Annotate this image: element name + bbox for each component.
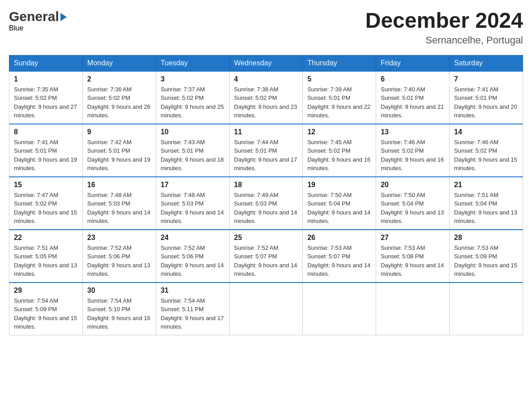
calendar-cell: 26Sunrise: 7:53 AMSunset: 5:07 PMDayligh… xyxy=(303,230,376,283)
day-number: 21 xyxy=(454,181,518,189)
day-info: Sunrise: 7:46 AMSunset: 5:02 PMDaylight:… xyxy=(381,138,445,173)
calendar-cell: 5Sunrise: 7:39 AMSunset: 5:01 PMDaylight… xyxy=(303,71,376,124)
page-header: General Blue December 2024 Sernancelhe, … xyxy=(9,9,523,46)
day-info: Sunrise: 7:54 AMSunset: 5:10 PMDaylight:… xyxy=(87,296,151,331)
day-number: 2 xyxy=(87,75,151,83)
day-number: 27 xyxy=(381,234,445,242)
day-number: 11 xyxy=(234,128,298,136)
title-block: December 2024 Sernancelhe, Portugal xyxy=(365,9,523,46)
day-info: Sunrise: 7:44 AMSunset: 5:01 PMDaylight:… xyxy=(234,138,298,173)
day-number: 28 xyxy=(454,234,518,242)
calendar-cell: 6Sunrise: 7:40 AMSunset: 5:01 PMDaylight… xyxy=(376,71,450,124)
calendar-header-row: SundayMondayTuesdayWednesdayThursdayFrid… xyxy=(9,55,523,71)
day-number: 17 xyxy=(161,181,225,189)
calendar-cell: 21Sunrise: 7:51 AMSunset: 5:04 PMDayligh… xyxy=(450,177,523,230)
logo-general-text: General xyxy=(9,9,59,24)
logo-blue-text: Blue xyxy=(9,24,23,32)
day-info: Sunrise: 7:50 AMSunset: 5:04 PMDaylight:… xyxy=(381,191,445,226)
calendar-cell: 13Sunrise: 7:46 AMSunset: 5:02 PMDayligh… xyxy=(376,124,450,177)
day-info: Sunrise: 7:51 AMSunset: 5:04 PMDaylight:… xyxy=(454,191,518,226)
calendar-cell xyxy=(376,283,450,335)
calendar-week-row: 15Sunrise: 7:47 AMSunset: 5:02 PMDayligh… xyxy=(9,177,523,230)
day-number: 29 xyxy=(14,287,78,295)
day-info: Sunrise: 7:52 AMSunset: 5:06 PMDaylight:… xyxy=(87,244,151,278)
day-info: Sunrise: 7:51 AMSunset: 5:05 PMDaylight:… xyxy=(14,244,78,278)
day-number: 19 xyxy=(307,181,371,189)
location-text: Sernancelhe, Portugal xyxy=(365,34,523,46)
calendar-cell: 29Sunrise: 7:54 AMSunset: 5:09 PMDayligh… xyxy=(9,283,83,335)
calendar-cell xyxy=(303,283,376,335)
logo-arrow-icon xyxy=(60,13,67,21)
day-number: 16 xyxy=(87,181,151,189)
day-info: Sunrise: 7:48 AMSunset: 5:03 PMDaylight:… xyxy=(87,191,151,226)
calendar-cell: 10Sunrise: 7:43 AMSunset: 5:01 PMDayligh… xyxy=(156,124,229,177)
calendar-week-row: 1Sunrise: 7:35 AMSunset: 5:02 PMDaylight… xyxy=(9,71,523,124)
day-info: Sunrise: 7:41 AMSunset: 5:01 PMDaylight:… xyxy=(454,85,518,120)
calendar-header-friday: Friday xyxy=(376,55,450,71)
calendar-cell: 16Sunrise: 7:48 AMSunset: 5:03 PMDayligh… xyxy=(82,177,156,230)
calendar-cell: 30Sunrise: 7:54 AMSunset: 5:10 PMDayligh… xyxy=(82,283,156,335)
calendar-cell: 27Sunrise: 7:53 AMSunset: 5:08 PMDayligh… xyxy=(376,230,450,283)
day-number: 5 xyxy=(307,75,371,83)
day-info: Sunrise: 7:54 AMSunset: 5:11 PMDaylight:… xyxy=(161,296,225,331)
day-info: Sunrise: 7:54 AMSunset: 5:09 PMDaylight:… xyxy=(14,296,78,331)
calendar-cell: 8Sunrise: 7:41 AMSunset: 5:01 PMDaylight… xyxy=(9,124,83,177)
day-number: 15 xyxy=(14,181,78,189)
calendar-header-saturday: Saturday xyxy=(450,55,523,71)
day-info: Sunrise: 7:52 AMSunset: 5:07 PMDaylight:… xyxy=(234,244,298,278)
calendar-cell: 25Sunrise: 7:52 AMSunset: 5:07 PMDayligh… xyxy=(229,230,303,283)
day-info: Sunrise: 7:53 AMSunset: 5:07 PMDaylight:… xyxy=(307,244,371,278)
day-info: Sunrise: 7:49 AMSunset: 5:03 PMDaylight:… xyxy=(234,191,298,226)
calendar-cell: 2Sunrise: 7:36 AMSunset: 5:02 PMDaylight… xyxy=(82,71,156,124)
day-info: Sunrise: 7:42 AMSunset: 5:01 PMDaylight:… xyxy=(87,138,151,173)
day-number: 14 xyxy=(454,128,518,136)
calendar-cell xyxy=(450,283,523,335)
logo: General Blue xyxy=(9,9,67,32)
calendar-week-row: 8Sunrise: 7:41 AMSunset: 5:01 PMDaylight… xyxy=(9,124,523,177)
day-number: 7 xyxy=(454,75,518,83)
calendar-cell: 7Sunrise: 7:41 AMSunset: 5:01 PMDaylight… xyxy=(450,71,523,124)
calendar-cell: 31Sunrise: 7:54 AMSunset: 5:11 PMDayligh… xyxy=(156,283,229,335)
calendar-week-row: 22Sunrise: 7:51 AMSunset: 5:05 PMDayligh… xyxy=(9,230,523,283)
day-info: Sunrise: 7:43 AMSunset: 5:01 PMDaylight:… xyxy=(161,138,225,173)
calendar-header-monday: Monday xyxy=(82,55,156,71)
calendar-header-thursday: Thursday xyxy=(303,55,376,71)
calendar-cell: 18Sunrise: 7:49 AMSunset: 5:03 PMDayligh… xyxy=(229,177,303,230)
day-number: 1 xyxy=(14,75,78,83)
calendar-cell: 14Sunrise: 7:46 AMSunset: 5:02 PMDayligh… xyxy=(450,124,523,177)
day-number: 20 xyxy=(381,181,445,189)
day-number: 6 xyxy=(381,75,445,83)
day-info: Sunrise: 7:45 AMSunset: 5:02 PMDaylight:… xyxy=(307,138,371,173)
calendar-cell: 3Sunrise: 7:37 AMSunset: 5:02 PMDaylight… xyxy=(156,71,229,124)
calendar-header-sunday: Sunday xyxy=(9,55,83,71)
day-info: Sunrise: 7:39 AMSunset: 5:01 PMDaylight:… xyxy=(307,85,371,120)
calendar-cell xyxy=(229,283,303,335)
calendar-header-wednesday: Wednesday xyxy=(229,55,303,71)
calendar-table: SundayMondayTuesdayWednesdayThursdayFrid… xyxy=(9,55,523,335)
day-info: Sunrise: 7:53 AMSunset: 5:08 PMDaylight:… xyxy=(381,244,445,278)
day-info: Sunrise: 7:40 AMSunset: 5:01 PMDaylight:… xyxy=(381,85,445,120)
day-number: 18 xyxy=(234,181,298,189)
day-number: 12 xyxy=(307,128,371,136)
day-info: Sunrise: 7:50 AMSunset: 5:04 PMDaylight:… xyxy=(307,191,371,226)
day-number: 26 xyxy=(307,234,371,242)
day-number: 30 xyxy=(87,287,151,295)
day-number: 3 xyxy=(161,75,225,83)
calendar-cell: 28Sunrise: 7:53 AMSunset: 5:09 PMDayligh… xyxy=(450,230,523,283)
day-info: Sunrise: 7:41 AMSunset: 5:01 PMDaylight:… xyxy=(14,138,78,173)
calendar-header-tuesday: Tuesday xyxy=(156,55,229,71)
calendar-cell: 15Sunrise: 7:47 AMSunset: 5:02 PMDayligh… xyxy=(9,177,83,230)
calendar-cell: 19Sunrise: 7:50 AMSunset: 5:04 PMDayligh… xyxy=(303,177,376,230)
day-number: 22 xyxy=(14,234,78,242)
day-number: 10 xyxy=(161,128,225,136)
calendar-cell: 11Sunrise: 7:44 AMSunset: 5:01 PMDayligh… xyxy=(229,124,303,177)
day-number: 24 xyxy=(161,234,225,242)
calendar-cell: 22Sunrise: 7:51 AMSunset: 5:05 PMDayligh… xyxy=(9,230,83,283)
calendar-cell: 4Sunrise: 7:38 AMSunset: 5:02 PMDaylight… xyxy=(229,71,303,124)
day-number: 9 xyxy=(87,128,151,136)
day-info: Sunrise: 7:38 AMSunset: 5:02 PMDaylight:… xyxy=(234,85,298,120)
day-info: Sunrise: 7:52 AMSunset: 5:06 PMDaylight:… xyxy=(161,244,225,278)
day-number: 31 xyxy=(161,287,225,295)
day-info: Sunrise: 7:53 AMSunset: 5:09 PMDaylight:… xyxy=(454,244,518,278)
day-info: Sunrise: 7:48 AMSunset: 5:03 PMDaylight:… xyxy=(161,191,225,226)
